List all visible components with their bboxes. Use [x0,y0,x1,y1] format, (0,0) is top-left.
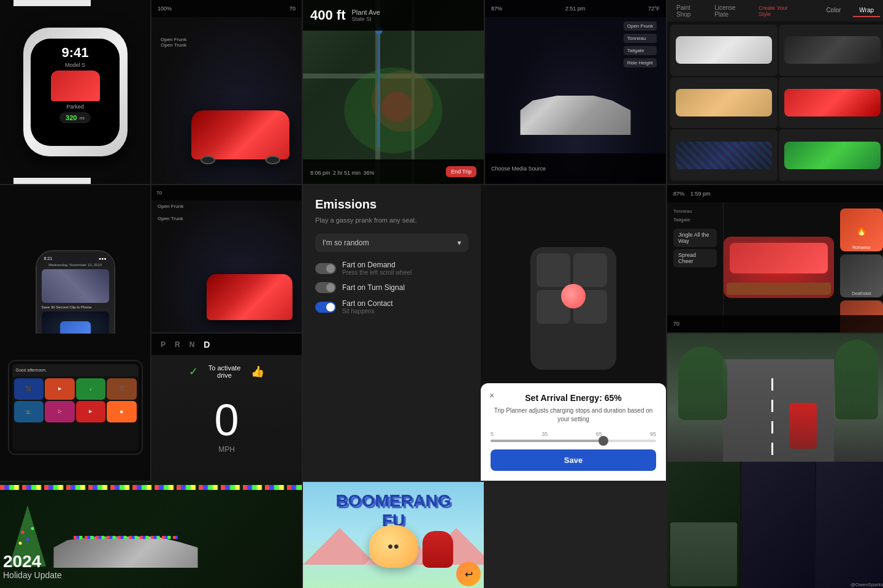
cyber-rideheight-btn[interactable]: Ride Height [624,58,657,67]
emissions-panel: Emissions Play a gassy prank from any se… [303,185,481,481]
tablet-body: Good afternoon. ⬛ ▶ ♪ 🎵 [8,360,143,455]
watch-status: Parked [66,104,84,110]
save-button[interactable]: Save [491,449,656,471]
santa-song-label: Jingle All the Way [678,232,712,244]
tab-color[interactable]: Color [820,4,847,17]
dash-open-trunk[interactable]: Open Frunk Open Trunk [161,37,186,48]
emissions-dropdown-value: I'm so random [323,239,369,247]
cyber-media-label: Choose Media Source [491,166,546,172]
cybertruck-top-bar: 87% 2:51 pm 72°F [485,0,666,17]
cyber-rideheight-label: Ride Height [627,60,653,66]
dashboard-cell-2: 70 Open Frunk Open Trunk [151,185,302,332]
speed-unit: MPH [214,445,239,454]
emissions-option1-sub: Press the left scroll wheel [342,269,411,276]
game-boomerang: ↩ [456,562,481,586]
santa-content: Tonneau Tailgate Jingle All the Way Spre… [667,202,883,332]
tablet-app-7[interactable]: ▶ [76,401,106,422]
dash2-trunk-btn[interactable]: Open Trunk [158,216,183,221]
holiday-year: 2024 [3,553,62,570]
holiday-cybertruck [49,531,202,580]
santa-sleigh-area [724,202,834,332]
cyber-battery: 87% [491,6,502,12]
dash2-car-body [207,274,292,320]
santa-song-section: Jingle All the Way Spread Cheer [673,229,717,267]
end-trip-button[interactable]: End Trip [446,166,476,177]
santa-sled [724,237,834,298]
santa-cheer-btn[interactable]: Spread Cheer [673,249,717,267]
toggle-fart-signal[interactable] [315,282,336,293]
fart-ball [561,284,586,308]
svg-point-5 [381,91,412,122]
cyber-frunk-btn[interactable]: Open Frunk [624,21,657,31]
tree-lights [15,517,40,554]
paint-item-6[interactable] [779,129,883,181]
cybertruck-body [514,86,637,147]
cybertruck-shape [514,86,637,135]
paint-item-5[interactable] [670,129,778,181]
paint-item-4[interactable] [779,77,883,129]
paintshop-tabs: Paint Shop License Plate Create Your Sty… [667,0,883,21]
cam-right [816,462,883,589]
cyber-tailgate-btn[interactable]: Tailgate [624,46,657,55]
paint-item-2[interactable] [779,25,883,76]
paint-item-1[interactable] [670,25,778,76]
toggle-fart-demand[interactable] [315,263,336,274]
cyber-tonneau-btn[interactable]: Tonneau [624,34,657,43]
emissions-option3: Fart on Contact [342,299,393,308]
santa-time: 1:59 pm [690,191,711,197]
dash-speed: 70 [289,6,296,12]
paint-preview-gold [676,89,773,116]
toggle-fart-contact[interactable] [315,302,336,313]
emissions-row-2: Fart on Turn Signal [315,282,468,293]
tablet-app-8-label: ⏺ [120,410,124,414]
tablet-top-row: Good afternoon. [12,364,139,376]
paint-item-3[interactable] [670,77,778,129]
map-time-info: 8:06 pm 2 hr 51 min 36% [310,166,374,177]
santa-toy-romance-label: Romance [840,245,883,250]
slider-thumb[interactable] [598,436,608,446]
create-style-link[interactable]: Create Your Style [759,5,795,17]
tablet-app-6[interactable]: ▷ [45,401,75,422]
phone-label-1[interactable]: Save 30 Second Clip to Phone [42,305,109,309]
santa-toy-deathsled[interactable]: Deathsled [840,254,883,297]
santa-bottom-speed: 70 [673,321,679,327]
paintshop-cell: Paint Shop License Plate Create Your Sty… [667,0,883,184]
cam-left-road [670,522,737,586]
santa-toy-romance[interactable]: 🔥 Romance [840,208,883,251]
arrival-close-button[interactable]: × [489,391,494,400]
santa-song-btn[interactable]: Jingle All the Way [673,229,717,247]
car-body-red [191,110,289,159]
tab-wrap[interactable]: Wrap [853,4,880,17]
tablet-app-3[interactable]: ♪ [76,378,106,400]
holiday-text-block: 2024 Holiday Update [3,553,62,580]
game-title-line1: BOOMERANG [335,491,451,511]
speed-number: 0 [214,395,239,445]
watch-range-value: 320 [66,114,77,121]
dash2-frunk-btn[interactable]: Open Frunk [158,204,183,209]
tablet-app-1-label: ⬛ [26,386,31,391]
seat-diagram-interior [530,247,616,370]
tablet-app-8[interactable]: ⏺ [107,401,137,422]
tablet-app-1[interactable]: ⬛ [14,378,44,400]
energy-slider-track[interactable] [491,440,656,442]
cam-left [667,462,740,589]
map-distance: 400 ft [310,7,345,23]
emissions-option1: Fart on Demand [342,261,411,269]
emissions-dropdown[interactable]: I'm so random ▾ [315,234,468,252]
camera-grid-cell: @OwenSparks_ [667,334,883,588]
cam-tree-right [835,340,878,419]
paintshop-title: Paint Shop [676,4,702,18]
tablet-app-4[interactable]: 🎵 [107,378,137,400]
tablet-app-2[interactable]: ▶ [45,378,75,400]
arrival-description: Trip Planner adjusts charging stops and … [491,407,656,424]
boomerang-icon: ↩ [465,568,473,580]
tablet-app-5[interactable]: 📺 [14,401,44,422]
paint-preview-green-graffiti [784,142,881,169]
checkmark-icon: ✓ [189,365,198,378]
camera-attribution: @OwenSparks_ [851,582,883,587]
holiday-subtitle: Holiday Update [3,570,62,580]
slider-mid: 35 [541,431,548,437]
license-plate-tab[interactable]: License Plate [714,4,746,18]
phone-video-content [42,269,109,303]
watch-range: 320 mi [59,112,91,123]
